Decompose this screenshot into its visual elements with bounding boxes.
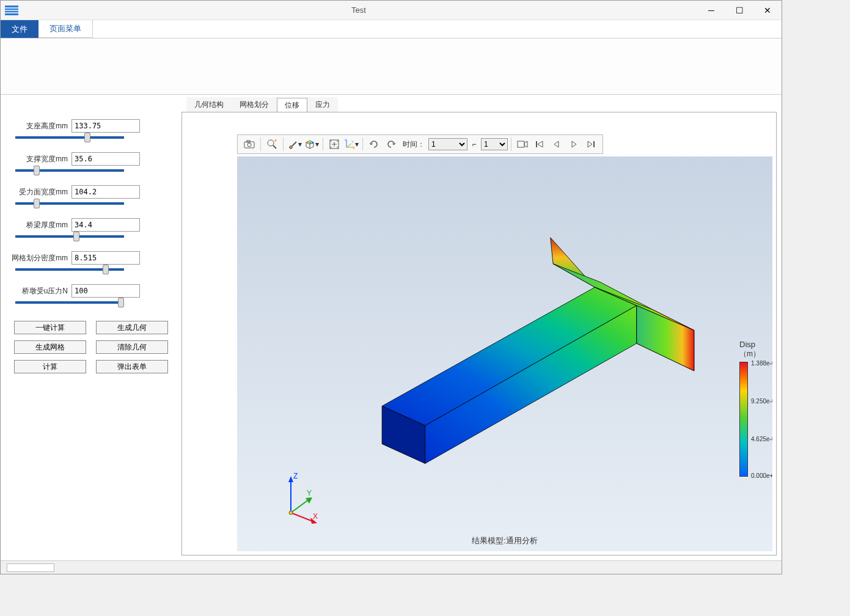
ribbon <box>1 38 782 95</box>
step-back-icon[interactable] <box>549 137 565 152</box>
param-support-height: 支座高度mm <box>8 119 174 139</box>
menubar: 文件 页面菜单 <box>1 20 782 38</box>
param-input-support-width[interactable] <box>71 152 140 166</box>
clear-geometry-button[interactable]: 清除几何 <box>96 340 168 354</box>
play-icon[interactable] <box>566 137 582 152</box>
rotate-cw-icon[interactable] <box>366 137 382 152</box>
svg-point-2 <box>247 143 251 147</box>
svg-text:Z: Z <box>345 139 347 141</box>
param-force-width: 受力面宽度mm <box>8 185 174 205</box>
window-controls: ─ ☐ ✕ <box>697 1 782 20</box>
param-input-mesh-density[interactable] <box>71 251 140 265</box>
close-button[interactable]: ✕ <box>753 1 782 20</box>
viewer: ▾ ▾ ZXY▾ 时间： 1 ⌐ 1 <box>181 112 777 556</box>
viewer-toolbar: ▾ ▾ ZXY▾ 时间： 1 ⌐ 1 <box>237 134 603 154</box>
legend-title: Disp <box>739 340 760 349</box>
param-label: 受力面宽度mm <box>12 187 68 197</box>
angle-icon[interactable]: ⌐ <box>469 137 480 152</box>
svg-line-6 <box>292 142 296 146</box>
app-icon <box>3 2 20 19</box>
svg-text:Y: Y <box>351 140 354 144</box>
brush-icon[interactable]: ▾ <box>287 137 302 152</box>
3d-canvas[interactable]: Z X Y Disp （m） <box>237 156 772 551</box>
menu-tab-page[interactable]: 页面菜单 <box>38 20 93 38</box>
svg-line-5 <box>273 145 276 148</box>
camera-icon[interactable] <box>241 137 257 152</box>
result-label: 结果模型:通用分析 <box>472 535 538 546</box>
legend-unit: （m） <box>739 349 760 359</box>
statusbar <box>1 560 782 574</box>
param-mesh-density: 网格划分密度mm <box>8 251 174 271</box>
axes-icon[interactable]: ZXY▾ <box>343 137 359 152</box>
param-slider-pier-pressure[interactable] <box>15 301 124 304</box>
tab-mesh[interactable]: 网格划分 <box>232 97 277 112</box>
skip-forward-icon[interactable] <box>583 137 599 152</box>
right-area: 几何结构 网格划分 位移 应力 ▾ ▾ ZXY▾ <box>181 95 782 560</box>
legend-tick: 9.250e-07 <box>751 398 772 405</box>
titlebar: Test ─ ☐ ✕ <box>1 1 782 20</box>
zoom-icon[interactable] <box>264 137 280 152</box>
left-panel: 支座高度mm 支撑宽度mm 受力面宽度mm 桥梁厚度mm 网格划分密度mm <box>1 95 181 560</box>
frame-select[interactable]: 1 <box>481 138 508 150</box>
axis-triad: Z X Y <box>279 470 328 527</box>
legend-tick: 1.388e-06 <box>751 360 772 367</box>
view-tabs: 几何结构 网格划分 位移 应力 <box>181 97 782 112</box>
svg-rect-9 <box>312 142 313 144</box>
param-label: 桥梁厚度mm <box>12 220 68 230</box>
param-pier-pressure: 桥墩受u压力N <box>8 284 174 304</box>
param-label: 网格划分密度mm <box>12 253 68 263</box>
legend-tick: 4.625e-07 <box>751 436 772 442</box>
skip-back-icon[interactable] <box>532 137 548 152</box>
legend-tick: 0.000e+00 <box>751 472 772 479</box>
param-input-pier-pressure[interactable] <box>71 284 140 298</box>
fit-icon[interactable] <box>326 137 342 152</box>
maximize-button[interactable]: ☐ <box>725 1 753 20</box>
svg-rect-7 <box>307 142 309 144</box>
calculate-button[interactable]: 计算 <box>14 360 86 373</box>
param-slider-support-width[interactable] <box>15 169 124 172</box>
param-slider-mesh-density[interactable] <box>15 268 124 271</box>
svg-text:Z: Z <box>293 472 298 480</box>
svg-text:X: X <box>353 146 355 150</box>
param-slider-force-width[interactable] <box>15 202 124 205</box>
generate-geometry-button[interactable]: 生成几何 <box>96 321 168 334</box>
param-support-width: 支撑宽度mm <box>8 152 174 172</box>
param-bridge-thickness: 桥梁厚度mm <box>8 218 174 238</box>
body: 支座高度mm 支撑宽度mm 受力面宽度mm 桥梁厚度mm 网格划分密度mm <box>1 95 782 560</box>
tab-geometry[interactable]: 几何结构 <box>186 97 232 112</box>
param-input-bridge-thickness[interactable] <box>71 218 140 232</box>
param-slider-bridge-thickness[interactable] <box>15 235 124 238</box>
legend-bar: 1.388e-06 9.250e-07 4.625e-07 0.000e+00 <box>739 362 748 477</box>
minimize-button[interactable]: ─ <box>697 1 725 20</box>
action-buttons: 一键计算 生成几何 生成网格 清除几何 计算 弹出表单 <box>8 317 174 377</box>
svg-line-13 <box>346 144 351 147</box>
param-slider-support-height[interactable] <box>15 136 124 139</box>
svg-text:X: X <box>313 512 318 521</box>
svg-point-26 <box>289 511 293 515</box>
tab-stress[interactable]: 应力 <box>307 97 338 112</box>
application-window: Test ─ ☐ ✕ 文件 页面菜单 支座高度mm 支撑宽度mm 受力面宽度mm <box>0 0 782 574</box>
svg-rect-8 <box>309 142 311 144</box>
one-click-calc-button[interactable]: 一键计算 <box>14 321 86 334</box>
menu-tab-file[interactable]: 文件 <box>1 20 38 38</box>
cube-icon[interactable]: ▾ <box>304 137 320 152</box>
status-cell <box>7 563 54 572</box>
param-input-force-width[interactable] <box>71 185 140 199</box>
param-input-support-height[interactable] <box>71 119 140 133</box>
svg-point-4 <box>268 140 274 146</box>
param-label: 桥墩受u压力N <box>12 286 68 296</box>
color-legend: Disp （m） 1.388e-06 9.250e-07 4.625e-07 0… <box>739 340 760 477</box>
video-icon[interactable] <box>515 137 530 152</box>
popup-form-button[interactable]: 弹出表单 <box>96 360 168 373</box>
param-label: 支座高度mm <box>12 121 68 131</box>
window-title: Test <box>20 6 697 15</box>
svg-line-22 <box>291 513 314 522</box>
tab-displacement[interactable]: 位移 <box>277 98 307 112</box>
rotate-ccw-icon[interactable] <box>383 137 399 152</box>
svg-line-24 <box>291 499 309 513</box>
time-select[interactable]: 1 <box>428 138 467 150</box>
generate-mesh-button[interactable]: 生成网格 <box>14 340 86 354</box>
svg-rect-17 <box>518 141 524 147</box>
time-label: 时间： <box>403 139 425 150</box>
svg-text:Y: Y <box>307 489 312 497</box>
